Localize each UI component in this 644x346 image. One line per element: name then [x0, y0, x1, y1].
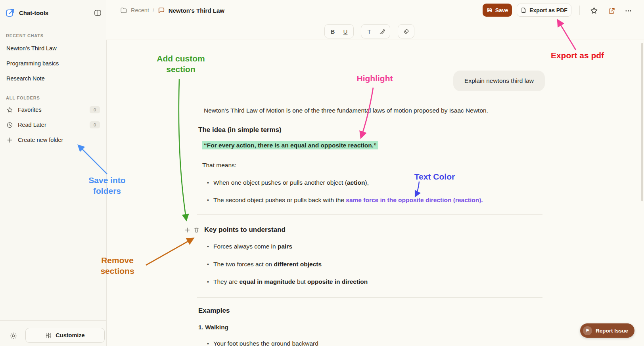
breadcrumb: Recent / Newton's Third Law — [120, 5, 224, 16]
folder-favorites[interactable]: Favorites 0 — [4, 104, 102, 115]
bold-button[interactable]: B — [328, 26, 338, 36]
list-item: • The second object pushes or pulls back… — [207, 197, 483, 204]
sidebar-item-newtons-third-law[interactable]: Newton's Third Law — [4, 43, 102, 54]
customize-button[interactable]: Customize — [25, 328, 105, 343]
list-item: • Your foot pushes the ground backward — [207, 340, 318, 346]
settings-gear-icon[interactable] — [9, 332, 17, 340]
annotation-remove-sections: Remove sections — [90, 255, 145, 276]
toolbar-group-text-style: B U — [324, 24, 354, 38]
walking-heading: 1. Walking — [198, 324, 228, 331]
breadcrumb-separator: / — [153, 7, 154, 13]
list-item: • The two forces act on different object… — [207, 261, 322, 268]
breadcrumb-current: Newton's Third Law — [169, 7, 224, 14]
text-color-arrow — [415, 182, 419, 197]
sidebar-header: Chat-tools — [6, 7, 102, 19]
add-section-icon[interactable] — [184, 227, 190, 233]
highlighter-button[interactable] — [377, 26, 387, 36]
underline-button[interactable]: U — [340, 26, 351, 36]
floppy-icon — [487, 7, 493, 13]
collapse-sidebar-icon[interactable] — [94, 9, 102, 17]
create-new-folder-button[interactable]: Create new folder — [4, 134, 102, 145]
bullet-dot: • — [207, 180, 213, 186]
list-item: • When one object pushes or pulls anothe… — [207, 179, 369, 186]
sidebar: Chat-tools RECENT CHATS Newton's Third L… — [0, 0, 107, 346]
bullet-dot: • — [207, 197, 213, 203]
more-options-icon[interactable] — [623, 6, 633, 15]
add-section-arrow — [179, 79, 186, 220]
favorite-star-icon[interactable] — [589, 6, 599, 15]
sidebar-footer-divider — [0, 320, 106, 321]
section-divider — [197, 297, 542, 298]
app-logo-icon — [6, 8, 15, 18]
toolbar-group-color: T — [361, 24, 390, 38]
that-means-paragraph: That means: — [202, 162, 236, 169]
folder-count-badge: 0 — [90, 106, 100, 113]
chat-bubble-icon — [158, 7, 165, 14]
bullet-dot: • — [207, 279, 213, 285]
toolbar-group-eraser — [398, 24, 414, 38]
bullet-dot: • — [207, 340, 213, 346]
save-button[interactable]: Save — [483, 4, 512, 17]
annotation-save-into-folders: Save into folders — [78, 175, 136, 196]
section-divider — [197, 214, 542, 215]
list-item: • Forces always come in pairs — [207, 243, 292, 250]
highlighted-quote: “For every action, there is an equal and… — [202, 142, 378, 149]
bullet-dot: • — [207, 261, 213, 268]
plus-icon — [6, 137, 13, 143]
all-folders-heading: ALL FOLDERS — [6, 96, 40, 100]
annotation-highlight: Highlight — [350, 73, 400, 84]
clock-icon — [6, 122, 13, 128]
header-divider — [579, 6, 580, 15]
text-color-button[interactable]: T — [364, 26, 374, 36]
key-points-section-header: Key points to understand — [184, 226, 286, 234]
green-highlight: “For every action, there is an equal and… — [202, 141, 378, 149]
folder-icon — [120, 7, 127, 14]
user-chat-message: Explain newtons third law — [453, 71, 545, 91]
app-title: Chat-tools — [19, 10, 48, 16]
breadcrumb-parent[interactable]: Recent — [131, 7, 149, 13]
document-icon — [521, 7, 527, 13]
intro-paragraph: Newton's Third Law of Motion is one of t… — [204, 107, 488, 114]
report-issue-button[interactable]: ⚑ Report Issue — [580, 323, 634, 338]
recent-chats-heading: RECENT CHATS — [6, 33, 44, 38]
flag-icon: ⚑ — [583, 326, 592, 335]
sidebar-item-programming-basics[interactable]: Programming basics — [4, 58, 102, 69]
list-item: • They are equal in magnitude but opposi… — [207, 278, 368, 285]
trash-icon[interactable] — [194, 227, 199, 233]
annotation-add-custom-section: Add custom section — [155, 53, 207, 75]
annotation-export-as-pdf: Export as pdf — [546, 50, 608, 61]
scrollbar-thumb[interactable] — [641, 43, 643, 201]
folder-read-later[interactable]: Read Later 0 — [4, 119, 102, 130]
annotation-text-color: Text Color — [408, 171, 461, 182]
bullet-dot: • — [207, 243, 213, 250]
app-window: Chat-tools RECENT CHATS Newton's Third L… — [0, 0, 644, 346]
key-points-heading: Key points to understand — [204, 226, 286, 234]
eraser-button[interactable] — [401, 26, 411, 36]
open-external-icon[interactable] — [607, 6, 616, 15]
colored-text: same force in the opposite direction (re… — [346, 197, 483, 203]
folder-count-badge: 0 — [90, 121, 100, 128]
examples-heading: Examples — [198, 307, 230, 315]
sidebar-item-research-note[interactable]: Research Note — [4, 73, 102, 84]
remove-sections-arrow — [146, 238, 194, 265]
idea-heading: The idea (in simple terms) — [198, 126, 282, 134]
star-icon — [6, 107, 13, 113]
export-as-pdf-button[interactable]: Export as PDF — [517, 4, 571, 17]
sliders-icon — [45, 332, 52, 339]
